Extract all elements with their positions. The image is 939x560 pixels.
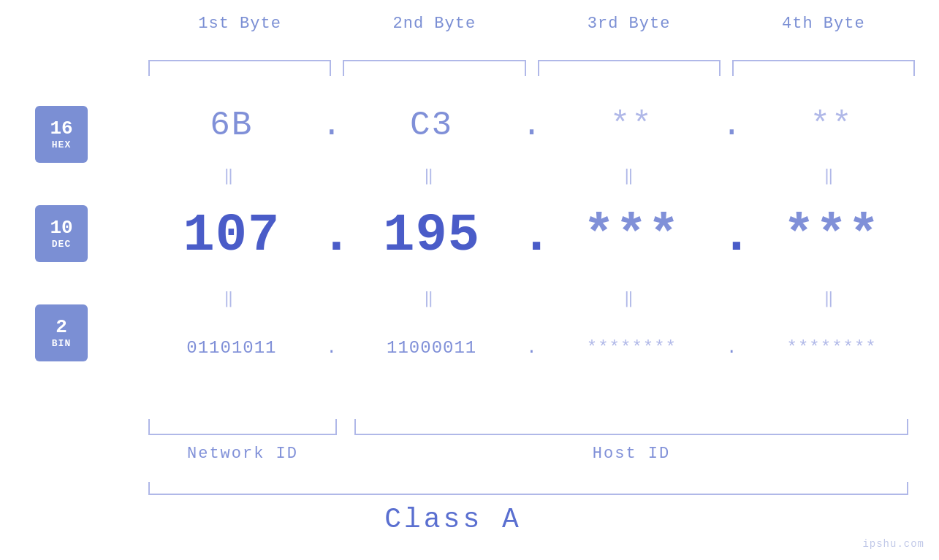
hex-b1-cell: 6B [142, 107, 321, 145]
hex-dot3-char: . [721, 107, 742, 145]
bin-b4-cell: ******** [742, 338, 921, 358]
host-id-bracket [354, 419, 908, 435]
bin-num: 2 [56, 317, 67, 338]
main-container: 1st Byte 2nd Byte 3rd Byte 4th Byte 16 H… [0, 0, 939, 560]
hex-label: HEX [52, 139, 71, 150]
bin-dot1: . [321, 338, 343, 358]
class-label: Class A [0, 504, 906, 535]
bin-dot1-char: . [327, 338, 337, 358]
eq2-b1: ‖ [224, 290, 239, 308]
bin-badge: 2 BIN [35, 304, 88, 361]
hex-badge: 16 HEX [35, 106, 88, 163]
dec-b4-value: *** [783, 206, 881, 266]
bin-dot2: . [521, 338, 543, 358]
hex-b4-cell: ** [742, 107, 921, 145]
bin-row: 01101011 . 11000011 . ******** . *******… [142, 318, 921, 377]
dec-dot3: . [721, 206, 742, 266]
dec-b1-value: 107 [183, 206, 281, 266]
dec-dot2: . [521, 206, 543, 266]
bin-b4-value: ******** [787, 338, 877, 358]
byte3-header: 3rd Byte [532, 15, 726, 33]
watermark: ipshu.com [862, 538, 924, 550]
eq2-b4: ‖ [824, 290, 840, 308]
equals-row1: ‖ ‖ ‖ ‖ [142, 159, 921, 191]
hex-dot1: . [321, 107, 343, 145]
hex-dot1-char: . [322, 107, 342, 145]
base-labels: 16 HEX 10 DEC 2 BIN [35, 106, 88, 404]
equals-row2: ‖ ‖ ‖ ‖ [142, 282, 921, 314]
bracket-byte3 [538, 60, 721, 76]
bin-dot3-char: . [726, 338, 737, 358]
dec-b1-cell: 107 [142, 206, 321, 266]
eq1-b1: ‖ [224, 167, 239, 185]
hex-row: 6B . C3 . ** . ** [142, 96, 921, 155]
network-id-bracket [148, 419, 337, 435]
dec-b2-cell: 195 [343, 206, 521, 266]
top-brackets [142, 60, 921, 76]
dec-b3-value: *** [583, 206, 680, 266]
bin-dot2-char: . [526, 338, 536, 358]
dec-b4-cell: *** [742, 206, 921, 266]
byte-headers: 1st Byte 2nd Byte 3rd Byte 4th Byte [142, 15, 921, 33]
hex-b3-cell: ** [543, 107, 721, 145]
bin-b1-value: 01101011 [186, 338, 276, 358]
bin-dot3: . [721, 338, 742, 358]
hex-b1-value: 6B [210, 107, 253, 145]
eq2-b2: ‖ [424, 290, 439, 308]
dec-row: 107 . 195 . *** . *** [142, 196, 921, 276]
dec-dot1: . [321, 206, 343, 266]
hex-num: 16 [50, 118, 72, 139]
bin-label: BIN [52, 338, 71, 349]
dec-b3-cell: *** [543, 206, 721, 266]
bracket-byte1 [148, 60, 331, 76]
eq1-b4: ‖ [824, 167, 840, 185]
bin-b2-value: 11000011 [387, 338, 476, 358]
hex-dot2: . [521, 107, 543, 145]
bracket-byte4 [732, 60, 915, 76]
eq1-b3: ‖ [624, 167, 639, 185]
hex-dot3: . [721, 107, 742, 145]
dec-label: DEC [52, 239, 71, 250]
dec-badge: 10 DEC [35, 205, 88, 262]
hex-b3-value: ** [610, 107, 653, 145]
class-bracket [148, 482, 908, 495]
hex-dot2-char: . [522, 107, 542, 145]
bracket-byte2 [343, 60, 525, 76]
host-id-label: Host ID [354, 445, 908, 463]
hex-b2-value: C3 [410, 107, 453, 145]
bin-b2-cell: 11000011 [343, 338, 521, 358]
byte4-header: 4th Byte [726, 15, 921, 33]
dec-b2-value: 195 [383, 206, 480, 266]
byte2-header: 2nd Byte [337, 15, 531, 33]
hex-b2-cell: C3 [343, 107, 521, 145]
dec-num: 10 [50, 218, 72, 239]
hex-b4-value: ** [810, 107, 854, 145]
bin-b3-cell: ******** [543, 338, 721, 358]
network-id-label: Network ID [148, 445, 337, 463]
eq1-b2: ‖ [424, 167, 439, 185]
bin-b3-value: ******** [587, 338, 677, 358]
byte1-header: 1st Byte [142, 15, 337, 33]
bin-b1-cell: 01101011 [142, 338, 321, 358]
eq2-b3: ‖ [624, 290, 639, 308]
